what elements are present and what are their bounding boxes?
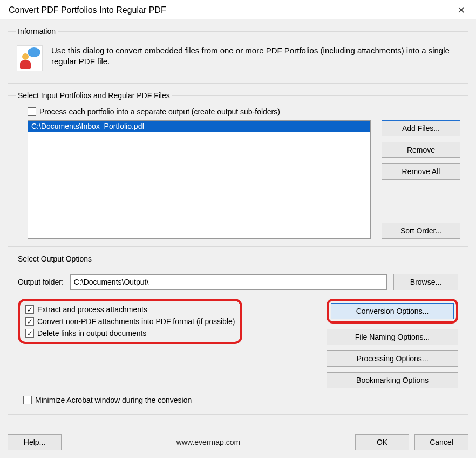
browse-button[interactable]: Browse... — [393, 274, 458, 290]
information-legend: Information — [16, 27, 58, 36]
output-folder-input[interactable] — [70, 274, 387, 290]
extract-attachments-row[interactable]: Extract and process attachments — [25, 305, 235, 314]
processing-options-button[interactable]: Processing Options... — [327, 350, 458, 367]
process-each-label: Process each portfolio into a separate o… — [39, 107, 280, 116]
convert-nonpdf-label: Convert non-PDF attachments into PDF for… — [37, 317, 235, 326]
input-group: Select Input Portfolios and Regular PDF … — [8, 91, 468, 247]
convert-nonpdf-checkbox[interactable] — [25, 317, 34, 326]
process-each-checkbox-row[interactable]: Process each portfolio into a separate o… — [28, 107, 460, 116]
ok-button[interactable]: OK — [355, 434, 409, 450]
delete-links-checkbox[interactable] — [25, 329, 34, 338]
process-each-checkbox[interactable] — [28, 107, 36, 116]
file-list-item[interactable]: C:\Documents\Inbox_Portfolio.pdf — [28, 121, 370, 132]
remove-button[interactable]: Remove — [382, 142, 460, 158]
minimize-acrobat-row[interactable]: Minimize Acrobat window during the conve… — [23, 396, 458, 404]
input-legend: Select Input Portfolios and Regular PDF … — [16, 91, 172, 100]
titlebar: Convert PDF Portfolios Into Regular PDF … — [0, 0, 476, 19]
convert-nonpdf-row[interactable]: Convert non-PDF attachments into PDF for… — [25, 317, 235, 326]
extract-attachments-checkbox[interactable] — [25, 305, 34, 314]
attachment-options-highlight: Extract and process attachments Convert … — [18, 299, 242, 344]
extract-attachments-label: Extract and process attachments — [37, 305, 147, 314]
information-text: Use this dialog to convert embedded file… — [51, 45, 459, 67]
delete-links-label: Delete links in output documents — [37, 329, 146, 338]
footer-url: www.evermap.com — [67, 438, 350, 446]
conversion-options-highlight: Conversion Options... — [327, 299, 458, 324]
output-legend: Select Output Options — [16, 254, 94, 263]
remove-all-button[interactable]: Remove All — [382, 163, 460, 180]
info-user-icon — [17, 45, 43, 71]
cancel-button[interactable]: Cancel — [414, 434, 468, 450]
file-list[interactable]: C:\Documents\Inbox_Portfolio.pdf — [28, 120, 371, 239]
add-files-button[interactable]: Add Files... — [382, 120, 460, 136]
close-icon[interactable]: ✕ — [452, 4, 470, 16]
information-group: Information Use this dialog to convert e… — [8, 27, 468, 84]
output-group: Select Output Options Output folder: Bro… — [8, 254, 468, 415]
bookmarking-options-button[interactable]: Bookmarking Options — [327, 372, 458, 388]
help-button[interactable]: Help... — [8, 434, 62, 450]
dialog-footer: Help... www.evermap.com OK Cancel — [0, 429, 476, 458]
minimize-acrobat-label: Minimize Acrobat window during the conve… — [35, 396, 192, 404]
minimize-acrobat-checkbox[interactable] — [23, 396, 32, 404]
file-naming-options-button[interactable]: File Naming Options... — [327, 329, 458, 345]
delete-links-row[interactable]: Delete links in output documents — [25, 329, 235, 338]
conversion-options-button[interactable]: Conversion Options... — [331, 303, 454, 319]
sort-order-button[interactable]: Sort Order... — [382, 223, 460, 239]
output-folder-label: Output folder: — [18, 278, 64, 286]
window-title: Convert PDF Portfolios Into Regular PDF — [9, 5, 166, 15]
